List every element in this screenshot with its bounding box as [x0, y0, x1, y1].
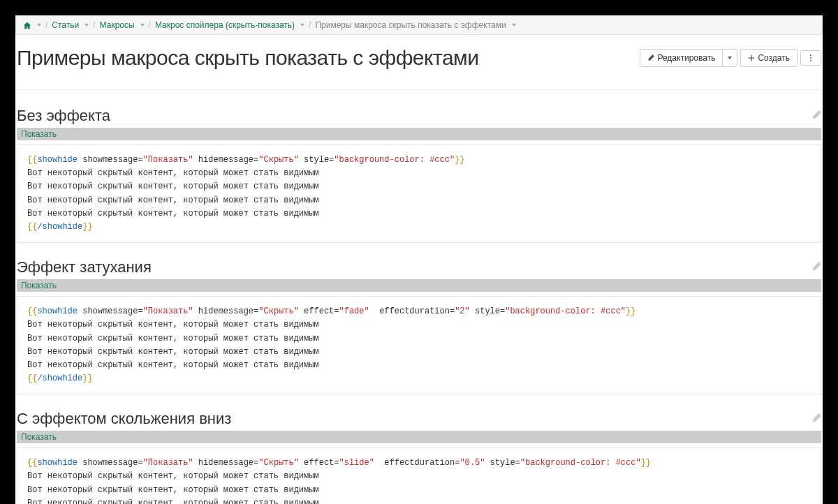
caret-down-icon	[728, 57, 732, 59]
showhide-toggle-bar: Показать	[17, 128, 821, 140]
edit-button-group: Редактировать	[640, 49, 737, 67]
caret-down-icon	[84, 24, 89, 27]
caret-down-icon	[300, 24, 304, 27]
breadcrumb-link[interactable]: Макросы	[100, 20, 135, 30]
code-block: {{showhide showmessage="Показать" hideme…	[17, 447, 821, 504]
section-heading: Без эффекта	[17, 107, 110, 125]
breadcrumb-separator: /	[309, 20, 311, 30]
showhide-toggle-bar: Показать	[17, 279, 821, 292]
breadcrumb-current: Примеры макроса скрыть показать с эффект…	[315, 20, 506, 30]
showhide-toggle-bar: Показать	[17, 431, 821, 443]
section-head: Эффект затухания	[17, 258, 821, 276]
section: Без эффектаПоказать{{showhide showmessag…	[17, 107, 821, 243]
showhide-toggle-link[interactable]: Показать	[21, 129, 57, 139]
page-title: Примеры макроса скрыть показать с эффект…	[17, 46, 478, 70]
section-heading: Эффект затухания	[17, 258, 152, 276]
create-button-label: Создать	[758, 53, 790, 63]
svg-point-1	[810, 57, 811, 59]
breadcrumb-link[interactable]: Статьи	[52, 20, 79, 30]
breadcrumb-link[interactable]: Макрос спойлера (скрыть-показать)	[155, 20, 295, 30]
pencil-icon	[811, 110, 821, 120]
caret-down-icon	[512, 24, 516, 27]
showhide-toggle-link[interactable]: Показать	[21, 432, 57, 442]
pencil-icon	[811, 262, 821, 272]
plus-icon	[748, 54, 755, 61]
more-actions-button[interactable]	[800, 50, 821, 66]
section-head: Без эффекта	[17, 107, 821, 125]
section-edit-button[interactable]	[811, 262, 821, 274]
breadcrumb-separator: /	[149, 20, 151, 30]
section: С эффектом скольжения внизПоказать{{show…	[17, 410, 821, 504]
edit-dropdown-toggle[interactable]	[722, 49, 737, 67]
section: Эффект затуханияПоказать{{showhide showm…	[17, 258, 821, 394]
breadcrumb-home[interactable]	[23, 20, 31, 30]
section-head: С эффектом скольжения вниз	[17, 410, 821, 428]
more-vertical-icon	[807, 54, 814, 61]
page-frame: / Статьи / Макросы / Макрос спойлера (ск…	[15, 15, 823, 504]
breadcrumb: / Статьи / Макросы / Макрос спойлера (ск…	[15, 15, 823, 35]
svg-point-0	[810, 54, 811, 56]
svg-point-2	[810, 60, 811, 61]
breadcrumb-separator: /	[93, 20, 95, 30]
code-block: {{showhide showmessage="Показать" hideme…	[17, 296, 821, 394]
home-icon	[23, 22, 31, 30]
caret-down-icon	[140, 24, 145, 27]
divider	[17, 89, 821, 90]
edit-button[interactable]: Редактировать	[640, 49, 723, 67]
title-row: Примеры макроса скрыть показать с эффект…	[17, 35, 821, 75]
section-heading: С эффектом скольжения вниз	[17, 410, 231, 428]
sections-container: Без эффектаПоказать{{showhide showmessag…	[17, 107, 821, 504]
title-actions: Редактировать Создать	[640, 49, 821, 67]
edit-button-label: Редактировать	[657, 53, 715, 63]
code-block: {{showhide showmessage="Показать" hideme…	[17, 144, 821, 243]
breadcrumb-separator: /	[45, 20, 47, 30]
pencil-icon	[647, 54, 654, 61]
section-edit-button[interactable]	[811, 413, 821, 425]
showhide-toggle-link[interactable]: Показать	[21, 281, 57, 290]
pencil-icon	[811, 413, 821, 423]
create-button[interactable]: Создать	[740, 49, 797, 67]
section-edit-button[interactable]	[811, 110, 821, 122]
caret-down-icon	[37, 24, 41, 27]
